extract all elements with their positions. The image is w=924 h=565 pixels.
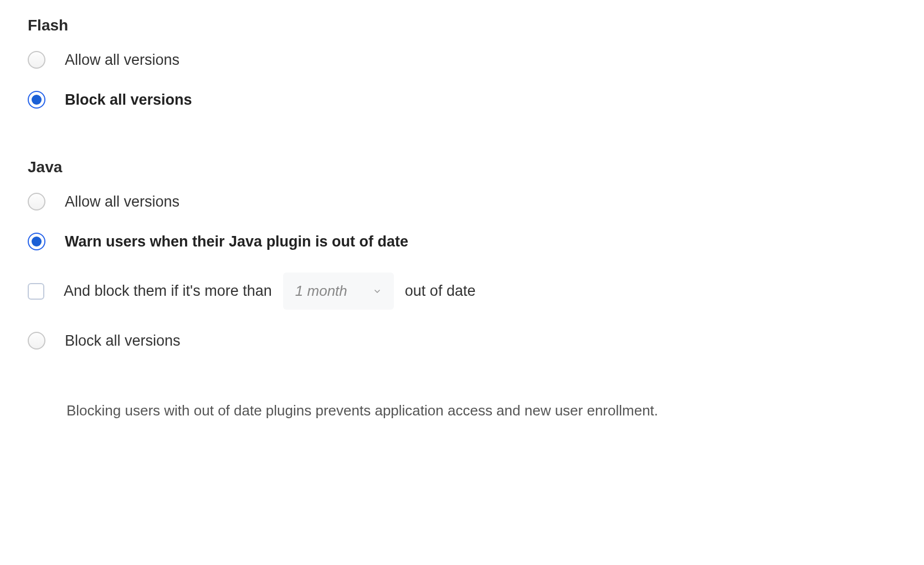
java-block-sub-row: And block them if it's more than 1 month…: [28, 273, 896, 310]
java-warn-radio[interactable]: [28, 233, 45, 250]
flash-allow-label: Allow all versions: [65, 52, 179, 69]
java-section: Java Allow all versions Warn users when …: [28, 158, 896, 350]
java-allow-label: Allow all versions: [65, 193, 179, 210]
java-warn-label: Warn users when their Java plugin is out…: [65, 233, 408, 250]
java-block-sub-prefix: And block them if it's more than: [64, 282, 272, 300]
flash-block-radio[interactable]: [28, 91, 45, 109]
chevron-down-icon: [373, 287, 382, 296]
flash-section: Flash Allow all versions Block all versi…: [28, 17, 896, 109]
java-block-duration-value: 1 month: [295, 282, 347, 300]
java-block-row[interactable]: Block all versions: [28, 332, 896, 350]
java-heading: Java: [28, 158, 896, 176]
java-allow-row[interactable]: Allow all versions: [28, 193, 896, 210]
plugin-blocking-footnote: Blocking users with out of date plugins …: [66, 402, 896, 419]
flash-block-row[interactable]: Block all versions: [28, 91, 896, 109]
java-block-sub-content: And block them if it's more than 1 month…: [64, 273, 475, 310]
java-warn-row[interactable]: Warn users when their Java plugin is out…: [28, 233, 896, 250]
java-allow-radio[interactable]: [28, 193, 45, 210]
flash-allow-row[interactable]: Allow all versions: [28, 51, 896, 69]
flash-block-label: Block all versions: [65, 91, 192, 109]
java-block-duration-dropdown[interactable]: 1 month: [283, 273, 394, 310]
flash-heading: Flash: [28, 17, 896, 34]
java-block-radio[interactable]: [28, 332, 45, 350]
flash-allow-radio[interactable]: [28, 51, 45, 69]
java-block-sub-checkbox[interactable]: [28, 283, 44, 300]
java-block-sub-suffix: out of date: [405, 282, 476, 300]
java-block-label: Block all versions: [65, 332, 181, 350]
